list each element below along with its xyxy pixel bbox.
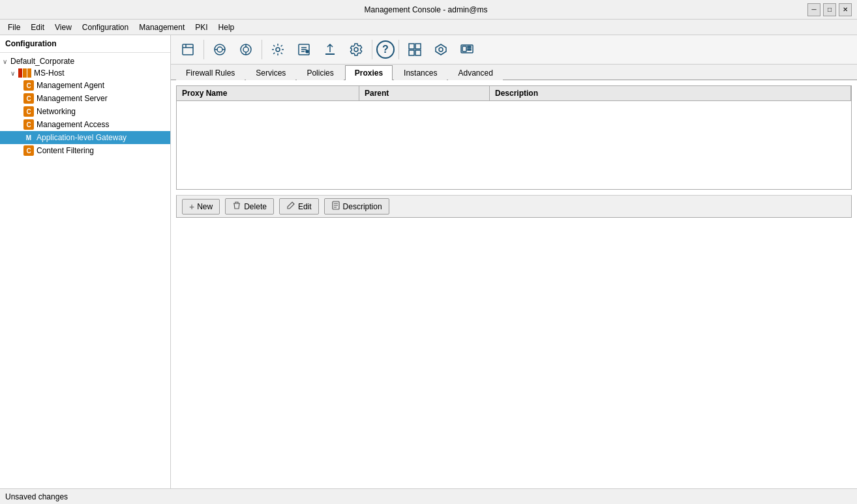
column-proxy-name: Proxy Name bbox=[177, 86, 359, 100]
badge-c-icon: C bbox=[23, 93, 34, 104]
sidebar: Configuration ∨ Default_Corporate ∨ MS-H… bbox=[0, 35, 171, 488]
column-parent: Parent bbox=[359, 86, 490, 100]
sidebar-item-management-agent[interactable]: C Management Agent bbox=[0, 79, 170, 92]
main-area: Configuration ∨ Default_Corporate ∨ MS-H… bbox=[0, 35, 857, 488]
sidebar-item-label: Networking bbox=[37, 107, 76, 116]
separator bbox=[262, 40, 262, 59]
badge-c-icon: C bbox=[23, 106, 34, 117]
svg-rect-10 bbox=[415, 44, 421, 49]
chevron-icon: ∨ bbox=[10, 70, 18, 77]
content-pane: ? bbox=[171, 35, 857, 488]
upload-button[interactable] bbox=[318, 38, 342, 61]
sidebar-item-label: MS-Host bbox=[34, 68, 65, 78]
edit-icon bbox=[286, 201, 295, 212]
sidebar-item-label: Default_Corporate bbox=[10, 57, 74, 66]
badge-c-icon: C bbox=[23, 80, 34, 91]
sidebar-item-label: Management Access bbox=[37, 120, 109, 129]
description-button-label: Description bbox=[343, 202, 382, 211]
menu-file[interactable]: File bbox=[3, 22, 25, 33]
outbound-button[interactable] bbox=[208, 38, 232, 61]
separator bbox=[372, 40, 372, 59]
menu-configuration[interactable]: Configuration bbox=[77, 22, 134, 33]
sidebar-item-default-corporate[interactable]: ∨ Default_Corporate bbox=[0, 55, 170, 67]
svg-point-7 bbox=[306, 50, 308, 53]
gear2-button[interactable] bbox=[344, 38, 368, 61]
svg-point-14 bbox=[439, 48, 443, 52]
separator bbox=[203, 40, 204, 59]
sidebar-item-content-filtering[interactable]: C Content Filtering bbox=[0, 144, 170, 157]
close-button[interactable]: ✕ bbox=[839, 3, 852, 16]
config-button[interactable] bbox=[292, 38, 316, 61]
sidebar-item-label: Management Agent bbox=[37, 81, 104, 90]
svg-rect-12 bbox=[415, 50, 421, 55]
grid-button[interactable] bbox=[403, 38, 427, 61]
trash-icon bbox=[232, 201, 241, 212]
menu-help[interactable]: Help bbox=[213, 22, 240, 33]
badge-m-icon: M bbox=[23, 132, 34, 143]
toolbar: ? bbox=[171, 35, 857, 65]
sidebar-item-networking[interactable]: C Networking bbox=[0, 105, 170, 118]
status-bar: Unsaved changes bbox=[0, 488, 857, 504]
table-body bbox=[177, 101, 851, 166]
chevron-icon: ∨ bbox=[3, 58, 10, 65]
edit-button[interactable]: Edit bbox=[279, 198, 319, 215]
tab-services[interactable]: Services bbox=[246, 65, 295, 80]
menu-pki[interactable]: PKI bbox=[190, 22, 213, 33]
help-button[interactable]: ? bbox=[376, 40, 395, 59]
sidebar-item-label: Content Filtering bbox=[37, 146, 94, 155]
svg-rect-11 bbox=[409, 50, 414, 55]
inbound-button[interactable] bbox=[234, 38, 258, 61]
separator bbox=[398, 40, 399, 59]
status-text: Unsaved changes bbox=[5, 492, 68, 501]
svg-point-8 bbox=[354, 48, 358, 52]
svg-point-5 bbox=[276, 48, 280, 52]
device-button[interactable] bbox=[455, 38, 479, 61]
sidebar-item-label: Management Server bbox=[37, 94, 108, 103]
sidebar-item-management-access[interactable]: C Management Access bbox=[0, 118, 170, 131]
svg-rect-19 bbox=[468, 49, 469, 50]
column-description: Description bbox=[490, 86, 851, 100]
description-icon bbox=[331, 201, 340, 212]
tab-policies[interactable]: Policies bbox=[297, 65, 343, 80]
title-bar: Management Console - admin@ms ─ □ ✕ bbox=[0, 0, 857, 20]
window-title: Management Console - admin@ms bbox=[44, 5, 807, 14]
menu-bar: File Edit View Configuration Management … bbox=[0, 20, 857, 35]
svg-rect-16 bbox=[462, 46, 466, 52]
tab-bar: Firewall Rules Services Policies Proxies… bbox=[171, 65, 857, 80]
svg-rect-0 bbox=[183, 44, 193, 55]
ms-host-icon bbox=[18, 68, 31, 78]
tab-firewall-rules[interactable]: Firewall Rules bbox=[176, 65, 245, 80]
svg-rect-18 bbox=[470, 46, 471, 48]
sidebar-tree: ∨ Default_Corporate ∨ MS-Host C Manageme… bbox=[0, 53, 170, 488]
maximize-button[interactable]: □ bbox=[823, 3, 836, 16]
proxy-table: Proxy Name Parent Description bbox=[176, 85, 852, 190]
action-bar: + New Delete Edit bbox=[176, 195, 852, 218]
tab-advanced[interactable]: Advanced bbox=[448, 65, 502, 80]
sidebar-header: Configuration bbox=[0, 35, 170, 53]
new-button-label: New bbox=[197, 202, 213, 211]
edit-button-label: Edit bbox=[298, 202, 312, 211]
menu-edit[interactable]: Edit bbox=[25, 22, 50, 33]
window-controls: ─ □ ✕ bbox=[807, 3, 852, 16]
menu-view[interactable]: View bbox=[50, 22, 77, 33]
tab-proxies[interactable]: Proxies bbox=[345, 65, 393, 80]
svg-rect-17 bbox=[468, 46, 469, 48]
delete-button[interactable]: Delete bbox=[225, 198, 274, 215]
badge-c-icon: C bbox=[23, 145, 34, 156]
home-button[interactable] bbox=[176, 38, 200, 61]
sidebar-item-label: Application-level Gateway bbox=[37, 133, 127, 142]
connect-button[interactable] bbox=[429, 38, 453, 61]
tab-instances[interactable]: Instances bbox=[394, 65, 447, 80]
description-button[interactable]: Description bbox=[324, 198, 389, 215]
svg-rect-20 bbox=[470, 49, 471, 50]
minimize-button[interactable]: ─ bbox=[807, 3, 820, 16]
sidebar-item-management-server[interactable]: C Management Server bbox=[0, 92, 170, 105]
sidebar-item-ms-host[interactable]: ∨ MS-Host bbox=[0, 67, 170, 79]
new-button[interactable]: + New bbox=[182, 199, 220, 215]
menu-management[interactable]: Management bbox=[134, 22, 190, 33]
badge-c-icon: C bbox=[23, 119, 34, 130]
settings-button[interactable] bbox=[266, 38, 290, 61]
sidebar-item-application-level-gateway[interactable]: M Application-level Gateway bbox=[0, 131, 170, 144]
svg-rect-9 bbox=[409, 44, 414, 49]
svg-point-2 bbox=[217, 47, 222, 52]
